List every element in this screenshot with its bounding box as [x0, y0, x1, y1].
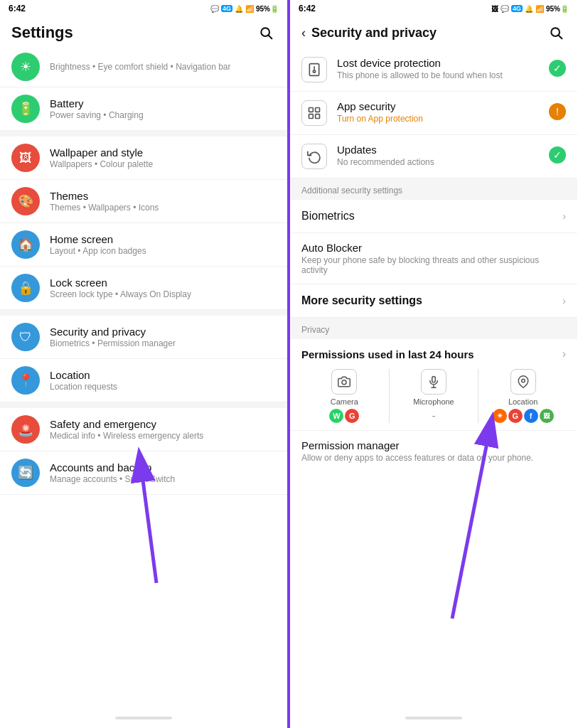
- security-title-header: Security and privacy: [311, 26, 437, 41]
- auto-blocker-item[interactable]: Auto Blocker Keep your phone safe by blo…: [290, 233, 577, 284]
- microphone-perm-col: Microphone -: [391, 369, 477, 423]
- svg-line-1: [269, 36, 272, 39]
- svg-point-13: [342, 380, 346, 385]
- svg-rect-11: [309, 114, 314, 119]
- lost-device-text: Lost device protection This phone is all…: [337, 57, 539, 80]
- back-button[interactable]: ‹: [301, 26, 306, 41]
- wallpaper-text: Wallpaper and style Wallpapers • Colour …: [50, 146, 276, 169]
- settings-header: Settings: [0, 17, 287, 48]
- google-dot-cam: G: [345, 409, 359, 423]
- section-divider-2: [0, 310, 287, 316]
- battery-text: Battery Power saving • Charging: [50, 97, 276, 120]
- settings-list: ☀ Brightness • Eye comfort shield • Navi…: [0, 48, 287, 710]
- app-security-item[interactable]: App security Turn on App protection !: [290, 92, 577, 135]
- updates-subtitle: No recommended actions: [337, 157, 539, 167]
- safety-text: Safety and emergency Medical info • Wire…: [50, 418, 276, 441]
- updates-item[interactable]: Updates No recommended actions ✓: [290, 135, 577, 178]
- camera-apps: W G: [329, 409, 359, 423]
- safety-item[interactable]: 🚨 Safety and emergency Medical info • Wi…: [0, 408, 287, 451]
- whatsapp-dot: W: [329, 409, 343, 423]
- lock-screen-subtitle: Screen lock type • Always On Display: [50, 289, 276, 299]
- svg-point-7: [313, 70, 315, 73]
- wallpaper-icon: 🖼: [11, 144, 40, 172]
- app-dot-1: ☀: [493, 409, 507, 423]
- more-security-chevron: ›: [562, 295, 566, 306]
- svg-rect-14: [432, 377, 436, 382]
- security-title: Security and privacy: [50, 326, 276, 338]
- app-security-title: App security: [337, 100, 539, 112]
- location-perm-label: Location: [508, 397, 538, 406]
- themes-item[interactable]: 🎨 Themes Themes • Wallpapers • Icons: [0, 180, 287, 223]
- time-right: 6:42: [299, 4, 316, 14]
- perm-divider-1: [389, 369, 390, 423]
- search-button-right[interactable]: [546, 23, 566, 43]
- privacy-label: Privacy: [290, 318, 577, 339]
- lost-device-item[interactable]: Lost device protection This phone is all…: [290, 48, 577, 92]
- home-screen-icon: 🏠: [11, 230, 40, 259]
- lock-screen-item[interactable]: 🔒 Lock screen Screen lock type • Always …: [0, 267, 287, 310]
- auto-blocker-subtitle: Keep your phone safe by blocking threats…: [301, 255, 566, 275]
- header-left-right: ‹ Security and privacy: [301, 26, 437, 41]
- accounts-subtitle: Manage accounts • Smart Switch: [50, 474, 276, 484]
- location-item[interactable]: 📍 Location Location requests: [0, 359, 287, 402]
- more-security-title: More security settings: [301, 294, 562, 307]
- home-screen-item[interactable]: 🏠 Home screen Layout • App icon badges: [0, 223, 287, 267]
- updates-icon: [301, 144, 327, 169]
- permission-manager-item[interactable]: Permission manager Allow or deny apps to…: [290, 431, 577, 471]
- security-privacy-item[interactable]: 🛡 Security and privacy Biometrics • Perm…: [0, 316, 287, 359]
- location-text: Location Location requests: [50, 369, 276, 392]
- microphone-dash: -: [432, 410, 436, 422]
- permissions-icons-row: Camera W G: [290, 365, 577, 431]
- security-text: Security and privacy Biometrics • Permis…: [50, 326, 276, 348]
- status-bar-right: 6:42 🖼 💬 4G 🔔 📶 95%🔋: [290, 0, 577, 17]
- security-subtitle: Biometrics • Permission manager: [50, 338, 276, 348]
- battery-item[interactable]: 🔋 Battery Power saving • Charging: [0, 87, 287, 131]
- svg-rect-9: [309, 108, 314, 112]
- security-list: Lost device protection This phone is all…: [290, 48, 577, 710]
- svg-line-5: [559, 36, 562, 39]
- google-dot-loc: G: [508, 409, 523, 423]
- camera-label: Camera: [331, 397, 358, 406]
- app-security-icon: [301, 100, 327, 126]
- lost-device-title: Lost device protection: [337, 57, 539, 69]
- updates-text: Updates No recommended actions: [337, 144, 539, 167]
- location-apps: ☀ G f 🖼: [493, 409, 554, 423]
- svg-rect-10: [316, 108, 320, 112]
- time-left: 6:42: [9, 4, 26, 14]
- updates-badge: ✓: [549, 146, 566, 164]
- microphone-label: Microphone: [413, 397, 454, 406]
- app-security-badge: !: [549, 103, 566, 120]
- accounts-title: Accounts and backup: [50, 461, 276, 473]
- lock-screen-title: Lock screen: [50, 277, 276, 289]
- perm-divider-2: [478, 369, 478, 423]
- microphone-apps: -: [432, 409, 436, 423]
- display-item-partial[interactable]: ☀ Brightness • Eye comfort shield • Navi…: [0, 48, 287, 87]
- safety-title: Safety and emergency: [50, 418, 276, 430]
- home-screen-title: Home screen: [50, 233, 276, 245]
- camera-perm-col: Camera W G: [301, 369, 387, 423]
- display-subtitle: Brightness • Eye comfort shield • Naviga…: [50, 62, 276, 72]
- search-button[interactable]: [256, 23, 276, 43]
- scroll-indicator-right: [290, 710, 577, 728]
- settings-title: Settings: [11, 23, 73, 42]
- accounts-item[interactable]: 🔄 Accounts and backup Manage accounts • …: [0, 451, 287, 495]
- security-header: ‹ Security and privacy: [290, 17, 577, 48]
- permissions-title: Permissions used in last 24 hours: [301, 348, 474, 360]
- accounts-text: Accounts and backup Manage accounts • Sm…: [50, 461, 276, 484]
- biometrics-item[interactable]: Biometrics ›: [290, 200, 577, 233]
- lock-screen-text: Lock screen Screen lock type • Always On…: [50, 277, 276, 299]
- themes-title: Themes: [50, 190, 276, 202]
- themes-text: Themes Themes • Wallpapers • Icons: [50, 190, 276, 213]
- wallpaper-item[interactable]: 🖼 Wallpaper and style Wallpapers • Colou…: [0, 136, 287, 180]
- permissions-header[interactable]: Permissions used in last 24 hours ›: [290, 339, 577, 365]
- display-icon: ☀: [11, 53, 40, 81]
- camera-perm-icon: [331, 369, 357, 395]
- location-icon: 📍: [11, 366, 40, 395]
- scroll-indicator-left: [0, 710, 287, 728]
- svg-rect-12: [316, 114, 320, 119]
- more-security-item[interactable]: More security settings ›: [290, 284, 577, 318]
- permissions-chevron: ›: [562, 348, 566, 360]
- status-icons-right: 🖼 💬 4G 🔔 📶 95%🔋: [491, 5, 569, 13]
- facebook-dot: f: [524, 409, 538, 423]
- biometrics-title: Biometrics: [301, 210, 562, 223]
